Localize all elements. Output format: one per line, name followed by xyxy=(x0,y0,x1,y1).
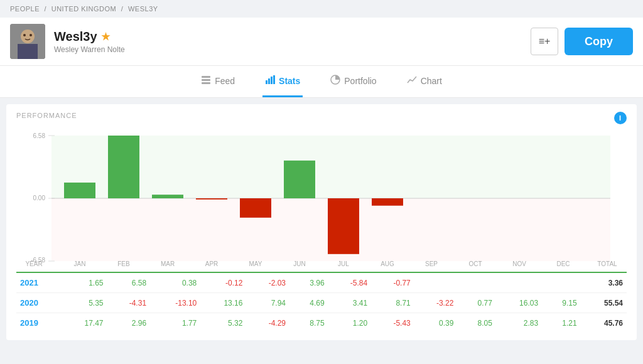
tab-feed-label: Feed xyxy=(215,76,235,86)
total-2021: 3.36 xyxy=(581,272,627,293)
svg-rect-3 xyxy=(18,44,38,59)
svg-rect-6 xyxy=(202,76,210,78)
chart-icon xyxy=(407,75,417,87)
svg-text:MAY: MAY xyxy=(249,260,262,267)
jan-2021: 1.65 xyxy=(61,272,107,293)
table-row: 2019 17.47 2.96 1.77 5.32 -4.29 8.75 1.2… xyxy=(16,313,627,333)
apr-2019: 5.32 xyxy=(200,313,246,333)
svg-rect-7 xyxy=(202,79,210,81)
svg-rect-23 xyxy=(64,183,95,198)
svg-point-4 xyxy=(23,34,26,36)
dec-2021 xyxy=(542,272,581,293)
sep-2021 xyxy=(414,272,458,293)
mar-2019: 1.77 xyxy=(150,313,200,333)
svg-text:JUL: JUL xyxy=(338,260,349,267)
feb-2020: -4.31 xyxy=(107,293,151,313)
year-2019[interactable]: 2019 xyxy=(20,318,38,328)
copy-button[interactable]: Copy xyxy=(565,28,633,55)
performance-title: PERFORMANCE xyxy=(16,112,77,124)
info-button[interactable]: i xyxy=(614,112,627,124)
tab-portfolio[interactable]: Portfolio xyxy=(328,66,379,97)
aug-2019: -5.43 xyxy=(371,313,414,333)
svg-text:JUN: JUN xyxy=(293,260,305,267)
breadcrumb-people[interactable]: PEOPLE xyxy=(10,5,40,13)
breadcrumb-uk[interactable]: UNITED KINGDOM xyxy=(51,5,117,13)
jul-2019: 1.20 xyxy=(328,313,372,333)
may-2021: -2.03 xyxy=(246,272,289,293)
sep-2019: 0.39 xyxy=(414,313,458,333)
tab-chart[interactable]: Chart xyxy=(404,66,445,97)
jul-2021: -5.84 xyxy=(328,272,372,293)
dec-2020: 9.15 xyxy=(542,293,581,313)
apr-2020: 13.16 xyxy=(200,293,246,313)
feb-2019: 2.96 xyxy=(107,313,151,333)
stats-icon xyxy=(265,75,275,87)
table-row: 2021 1.65 6.58 0.38 -0.12 -2.03 3.96 -5.… xyxy=(16,272,627,293)
nov-2020: 16.03 xyxy=(496,293,542,313)
oct-2021 xyxy=(457,272,496,293)
svg-text:APR: APR xyxy=(205,260,219,267)
svg-rect-10 xyxy=(268,78,270,84)
tab-portfolio-label: Portfolio xyxy=(344,76,376,86)
svg-text:TOTAL: TOTAL xyxy=(597,260,617,267)
tab-chart-label: Chart xyxy=(421,76,442,86)
jan-2020: 5.35 xyxy=(61,293,107,313)
breadcrumb: PEOPLE / UNITED KINGDOM / WESL3Y xyxy=(0,0,643,18)
svg-text:0.00: 0.00 xyxy=(33,195,46,201)
menu-icon: ≡+ xyxy=(539,36,551,47)
mar-2021: 0.38 xyxy=(150,272,200,293)
nov-2019: 2.83 xyxy=(496,313,542,333)
aug-2020: 8.71 xyxy=(371,293,414,313)
jan-2019: 17.47 xyxy=(61,313,107,333)
avatar-image xyxy=(10,24,45,59)
mar-2020: -13.10 xyxy=(150,293,200,313)
svg-rect-11 xyxy=(271,77,273,84)
jun-2021: 3.96 xyxy=(289,272,328,293)
svg-rect-8 xyxy=(202,82,210,84)
total-2019: 45.76 xyxy=(581,313,627,333)
star-icon[interactable]: ★ xyxy=(101,31,110,43)
breadcrumb-user[interactable]: WESL3Y xyxy=(128,5,158,13)
svg-rect-9 xyxy=(266,80,267,84)
svg-text:JAN: JAN xyxy=(74,260,86,267)
svg-point-1 xyxy=(21,29,35,43)
svg-rect-12 xyxy=(273,75,275,84)
svg-rect-26 xyxy=(196,198,227,200)
tab-stats-label: Stats xyxy=(279,76,300,86)
performance-chart: 6.58 0.00 -6.58 xyxy=(16,129,627,267)
feed-icon xyxy=(201,75,211,87)
menu-button[interactable]: ≡+ xyxy=(531,28,558,55)
oct-2019: 8.05 xyxy=(457,313,496,333)
year-2020[interactable]: 2020 xyxy=(20,298,38,308)
jun-2019: 8.75 xyxy=(289,313,328,333)
svg-rect-24 xyxy=(108,136,139,198)
svg-text:FEB: FEB xyxy=(117,260,130,267)
apr-2021: -0.12 xyxy=(200,272,246,293)
header: Wesl3y ★ Wesley Warren Nolte ≡+ Copy xyxy=(0,18,643,66)
portfolio-icon xyxy=(330,75,340,87)
chart-wrapper: 6.58 0.00 -6.58 xyxy=(16,129,627,269)
tab-feed[interactable]: Feed xyxy=(198,66,237,97)
svg-text:AUG: AUG xyxy=(381,260,394,267)
svg-point-5 xyxy=(30,34,32,36)
nov-2021 xyxy=(496,272,542,293)
svg-rect-27 xyxy=(240,198,271,218)
jun-2020: 4.69 xyxy=(289,293,328,313)
aug-2021: -0.77 xyxy=(371,272,414,293)
svg-rect-28 xyxy=(284,161,315,198)
username: Wesl3y ★ xyxy=(54,29,125,44)
svg-text:6.58: 6.58 xyxy=(33,132,46,139)
svg-rect-29 xyxy=(328,198,359,254)
oct-2020: 0.77 xyxy=(457,293,496,313)
full-name: Wesley Warren Nolte xyxy=(54,45,125,54)
svg-rect-25 xyxy=(152,195,183,198)
year-2021[interactable]: 2021 xyxy=(20,278,38,287)
avatar xyxy=(10,24,45,59)
may-2020: 7.94 xyxy=(246,293,289,313)
tabs: Feed Stats Portfolio Chart xyxy=(0,66,643,98)
jul-2020: 3.41 xyxy=(328,293,372,313)
svg-text:MAR: MAR xyxy=(161,260,175,267)
tab-stats[interactable]: Stats xyxy=(262,66,303,97)
header-right: ≡+ Copy xyxy=(531,28,633,55)
performance-table: 2021 1.65 6.58 0.38 -0.12 -2.03 3.96 -5.… xyxy=(16,272,627,333)
